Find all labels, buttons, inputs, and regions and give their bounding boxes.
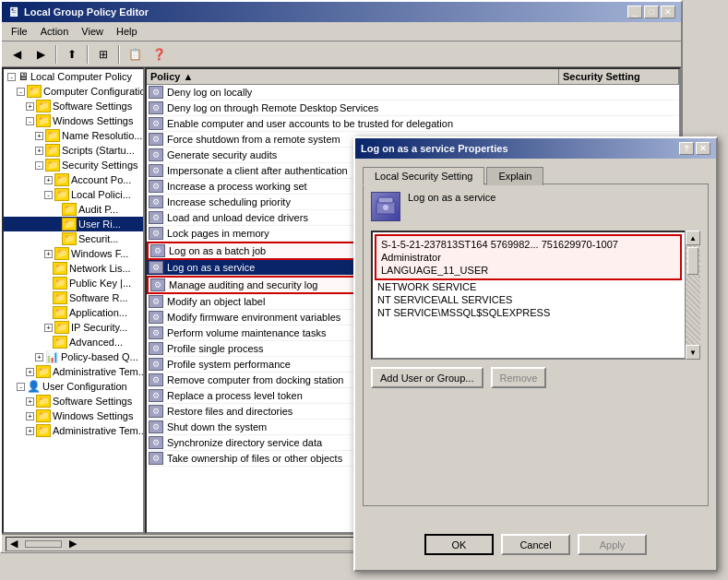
- up-button[interactable]: ⬆: [61, 44, 83, 65]
- tree-item-admin-templates[interactable]: + 📁 Administrative Tem...: [4, 364, 143, 379]
- menu-bar: File Action View Help: [2, 22, 681, 41]
- listbox-scrollbar: ▲ ▼: [685, 231, 700, 360]
- remove-button[interactable]: Remove: [491, 367, 547, 388]
- dialog-title-bar: Log on as a service Properties ? ✕: [355, 138, 716, 159]
- expander-windows[interactable]: -: [26, 117, 34, 125]
- tree-item-public-key[interactable]: 📁 Public Key |...: [4, 276, 143, 290]
- tree-item-user-config[interactable]: - 👤 User Configuration: [4, 379, 143, 394]
- add-user-button[interactable]: Add User or Group...: [371, 367, 483, 388]
- tab-content-area: Log on as a service S-1-5-21-237813ST164…: [363, 183, 709, 506]
- policy-icon: ⚙: [149, 133, 163, 146]
- menu-action[interactable]: Action: [35, 24, 75, 39]
- folder-icon-audit: 📁: [62, 203, 77, 216]
- toolbar-separator-3: [118, 45, 120, 64]
- expander-local-pol[interactable]: -: [44, 191, 53, 199]
- dialog-close-button[interactable]: ✕: [696, 142, 710, 155]
- users-listbox[interactable]: S-1-5-21-237813ST164 5769982... 75162997…: [371, 231, 700, 360]
- expander-scripts[interactable]: +: [35, 147, 43, 155]
- tree-item-ip-security[interactable]: + 📁 IP Security...: [4, 320, 143, 335]
- scroll-up-button[interactable]: ▲: [686, 231, 700, 245]
- tree-item-windows-firewall[interactable]: + 📁 Windows F...: [4, 246, 143, 261]
- tree-item-security-settings[interactable]: - 📁 Security Settings: [4, 158, 143, 172]
- tree-item-advanced[interactable]: 📁 Advanced...: [4, 335, 143, 349]
- maximize-button[interactable]: □: [644, 6, 659, 18]
- tab-local-security-setting[interactable]: Local Security Setting: [363, 167, 484, 185]
- help-toolbar-button[interactable]: ❓: [148, 44, 170, 65]
- tree-item-account-policies[interactable]: + 📁 Account Po...: [4, 172, 143, 187]
- cancel-button[interactable]: Cancel: [501, 534, 570, 555]
- log-on-service-dialog: Log on as a service Properties ? ✕ Local…: [353, 136, 718, 572]
- expander-fw[interactable]: +: [44, 250, 53, 258]
- tree-item-user-rights[interactable]: 📁 User Ri...: [4, 217, 143, 231]
- forward-button[interactable]: ▶: [30, 44, 52, 65]
- folder-icon-fw: 📁: [54, 247, 69, 260]
- expander-uc[interactable]: -: [17, 383, 25, 391]
- menu-file[interactable]: File: [6, 24, 33, 39]
- users-list-item-nt-all[interactable]: NT SERVICE\ALL SERVICES: [375, 293, 682, 306]
- tree-item-security-options[interactable]: 📁 Securit...: [4, 231, 143, 246]
- close-button[interactable]: ✕: [661, 6, 675, 18]
- tree-item-audit-policy[interactable]: 📁 Audit P...: [4, 202, 143, 217]
- policy-column-header[interactable]: Policy ▲: [147, 69, 559, 84]
- scroll-thumb[interactable]: [687, 247, 698, 275]
- expander-usw[interactable]: +: [26, 397, 34, 406]
- users-list-item-nt-mssql[interactable]: NT SERVICE\MSSQL$SQLEXPRESS: [375, 306, 682, 319]
- row-enable-trusted[interactable]: ⚙ Enable computer and user accounts to b…: [147, 116, 679, 132]
- dialog-title-text: Log on as a service Properties: [361, 143, 508, 154]
- menu-view[interactable]: View: [76, 24, 109, 39]
- tree-item-computer-config[interactable]: - 📁 Computer Configuratio...: [4, 84, 143, 99]
- tree-item-application[interactable]: 📁 Application...: [4, 305, 143, 320]
- expander-uw[interactable]: +: [26, 412, 34, 420]
- folder-icon-ua: 📁: [36, 424, 51, 437]
- expander-at[interactable]: +: [26, 368, 34, 376]
- tree-item-software-restriction[interactable]: 📁 Software R...: [4, 290, 143, 305]
- expander-ips[interactable]: +: [44, 324, 53, 332]
- expander-computer-config[interactable]: -: [17, 88, 25, 96]
- users-list-item-sid[interactable]: S-1-5-21-237813ST164 5769982... 75162997…: [378, 238, 678, 251]
- tree-item-policy-based[interactable]: + 📊 Policy-based Q...: [4, 349, 143, 364]
- tree-item-windows-settings[interactable]: - 📁 Windows Settings: [4, 113, 143, 128]
- folder-icon-app: 📁: [53, 306, 67, 319]
- scroll-down-button[interactable]: ▼: [686, 345, 700, 360]
- users-list-item-administrator[interactable]: Administrator: [378, 251, 678, 264]
- users-list-item-network-service[interactable]: NETWORK SERVICE: [375, 280, 682, 293]
- expander-pbq[interactable]: +: [35, 353, 43, 361]
- expander-local-computer[interactable]: -: [7, 73, 16, 81]
- minimize-button[interactable]: _: [627, 6, 642, 18]
- tree-item-local-computer-policy[interactable]: - 🖥 Local Computer Policy: [4, 69, 143, 84]
- tree-item-user-software[interactable]: + 📁 Software Settings: [4, 394, 143, 408]
- row-deny-log-locally[interactable]: ⚙ Deny log on locally: [147, 85, 679, 101]
- folder-icon-acct: 📁: [54, 173, 69, 186]
- folder-icon-usw: 📁: [36, 395, 51, 408]
- main-title-bar: 🖥 Local Group Policy Editor _ □ ✕: [2, 2, 681, 22]
- expander-name-res[interactable]: +: [35, 132, 43, 140]
- expander-ua[interactable]: +: [26, 427, 34, 435]
- scroll-track: [686, 245, 700, 345]
- tab-explain[interactable]: Explain: [486, 167, 543, 185]
- properties-button[interactable]: 📋: [124, 44, 146, 65]
- tree-item-network-list[interactable]: 📁 Network Lis...: [4, 261, 143, 276]
- menu-help[interactable]: Help: [111, 24, 143, 39]
- tree-item-user-windows[interactable]: + 📁 Windows Settings: [4, 408, 143, 423]
- tab-strip: Local Security Setting Explain: [363, 166, 709, 184]
- tree-item-user-admin[interactable]: + 📁 Administrative Tem...: [4, 423, 143, 438]
- ok-button[interactable]: OK: [424, 534, 494, 555]
- policy-icon: ⚙: [149, 452, 163, 465]
- policy-icon: ⚙: [149, 261, 163, 274]
- expander-software[interactable]: +: [26, 102, 34, 111]
- expander-security[interactable]: -: [35, 161, 43, 170]
- apply-button[interactable]: Apply: [578, 534, 647, 555]
- dialog-help-button[interactable]: ?: [679, 142, 694, 155]
- folder-icon-adv: 📁: [53, 336, 67, 349]
- expander-account[interactable]: +: [44, 176, 53, 184]
- show-hide-button[interactable]: ⊞: [92, 44, 114, 65]
- tree-item-name-resolution[interactable]: + 📁 Name Resolutio...: [4, 128, 143, 143]
- policy-icon: ⚙: [149, 295, 163, 308]
- tree-item-local-policies[interactable]: - 📁 Local Polici...: [4, 187, 143, 202]
- back-button[interactable]: ◀: [6, 44, 28, 65]
- tree-item-software-settings[interactable]: + 📁 Software Settings: [4, 99, 143, 113]
- row-deny-log-rdp[interactable]: ⚙ Deny log on through Remote Desktop Ser…: [147, 101, 679, 116]
- security-column-header[interactable]: Security Setting: [559, 69, 679, 84]
- tree-item-scripts[interactable]: + 📁 Scripts (Startu...: [4, 143, 143, 158]
- users-list-item-language[interactable]: LANGUAGE_11_USER: [378, 264, 678, 277]
